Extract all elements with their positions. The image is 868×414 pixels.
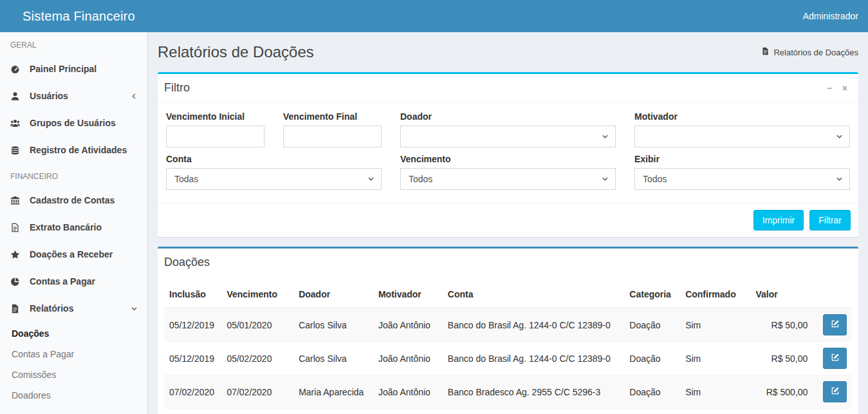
cell-doador: Maria Aparecida xyxy=(293,375,373,409)
donations-box-header: Doações xyxy=(158,249,858,276)
motivador-label: Motivador xyxy=(634,111,850,122)
cell-motivador: João Antônio xyxy=(373,342,443,375)
edit-button[interactable] xyxy=(823,348,847,369)
sidebar-item-registro-de-atividades[interactable]: Registro de Atividades xyxy=(0,136,147,164)
sidebar-item-painel-principal[interactable]: Painel Principal xyxy=(0,55,147,82)
sidebar-item-grupos-de-usuarios[interactable]: Grupos de Usuários xyxy=(0,109,147,136)
cell-categoria: Doação xyxy=(624,409,680,414)
cell-actions xyxy=(813,375,852,409)
sidebar-item-extrato-bancario[interactable]: Extrato Bancário xyxy=(0,214,147,241)
sidebar-section-geral: GERAL xyxy=(0,32,147,55)
cell-inclusao: 05/12/2019 xyxy=(164,342,221,375)
cell-actions xyxy=(813,342,852,375)
motivador-select[interactable] xyxy=(634,126,850,147)
user-menu[interactable]: Administrador xyxy=(803,11,858,21)
filter-box-tools: − × xyxy=(826,82,852,94)
column-header-actions xyxy=(813,283,852,308)
conta-label: Conta xyxy=(166,154,382,164)
doador-select[interactable] xyxy=(400,126,616,147)
column-header-categoria: Categoria xyxy=(624,283,680,308)
cell-confirmado: Sim xyxy=(680,308,750,342)
sidebar-item-contas-a-pagar[interactable]: Contas a Pagar xyxy=(0,268,147,295)
user-icon xyxy=(10,91,30,101)
sidebar-item-label: Relatórios xyxy=(30,303,73,314)
sidebar: GERAL Painel Principal Usuários Grupos d… xyxy=(0,32,148,414)
cell-conta: Banco do Brasil Ag. 1244-0 C/C 12389-0 xyxy=(443,308,624,342)
edit-button[interactable] xyxy=(823,314,847,335)
donations-title: Doações xyxy=(164,255,210,270)
relatorios-submenu: Doações Contas a Pagar Comissões Doadore… xyxy=(0,322,147,409)
cell-actions xyxy=(813,409,852,414)
sidebar-subitem-doadores[interactable]: Doadores xyxy=(0,385,147,406)
sidebar-item-usuarios[interactable]: Usuários xyxy=(0,82,147,109)
filter-title: Filtro xyxy=(164,80,190,95)
imprimir-button[interactable]: Imprimir xyxy=(753,210,804,231)
conta-select[interactable]: Todas xyxy=(166,168,382,190)
chevron-down-icon xyxy=(131,305,138,312)
filter-box-header: Filtro − × xyxy=(158,74,858,102)
cell-valor: R$ 500,00 xyxy=(750,375,813,409)
filtrar-button[interactable]: Filtrar xyxy=(809,210,851,231)
doador-label: Doador xyxy=(400,111,616,122)
table-row: 07/02/2020 07/02/2020 Maria Aparecida Jo… xyxy=(164,375,852,409)
sidebar-item-label: Cadastro de Contas xyxy=(30,195,115,205)
exibir-select[interactable]: Todos xyxy=(634,168,850,190)
report-icon xyxy=(10,304,30,314)
cell-valor: R$ 41,67 xyxy=(750,409,813,414)
cell-inclusao: 05/12/2019 xyxy=(164,308,221,342)
sidebar-item-label: Painel Principal xyxy=(30,64,97,74)
vencimento-select[interactable]: Todos xyxy=(400,168,616,190)
edit-icon xyxy=(831,386,840,397)
vencimento-inicial-input[interactable] xyxy=(166,126,264,147)
column-header-inclusao: Inclusão xyxy=(164,283,221,308)
vencimento-final-label: Vencimento Final xyxy=(283,111,382,122)
pie-chart-icon xyxy=(10,277,30,287)
vencimento-final-input[interactable] xyxy=(283,126,382,147)
header-bar: Sistema Financeiro Administrador xyxy=(0,0,868,32)
database-icon xyxy=(10,146,30,155)
sidebar-item-cadastro-de-contas[interactable]: Cadastro de Contas xyxy=(0,187,147,214)
donations-box-body: Inclusão Vencimento Doador Motivador Con… xyxy=(158,276,858,414)
sidebar-subitem-contas-a-pagar[interactable]: Contas a Pagar xyxy=(0,344,147,364)
edit-icon xyxy=(831,319,840,330)
bank-icon xyxy=(10,196,30,205)
cell-conta: Banco Bradesco Ag. 2955 C/C 5296-3 xyxy=(443,375,624,409)
file-icon xyxy=(761,47,770,57)
table-row: 05/12/2019 05/01/2020 Carlos Silva João … xyxy=(164,308,852,342)
sidebar-item-label: Doações a Receber xyxy=(30,249,113,259)
sidebar-subitem-comissoes[interactable]: Comissões xyxy=(0,364,147,385)
column-header-valor: Valor xyxy=(750,283,813,308)
cell-motivador: João Antônio xyxy=(373,409,443,414)
column-header-doador: Doador xyxy=(293,283,373,308)
brand-title: Sistema Financeiro xyxy=(23,9,135,24)
cell-motivador: João Antônio xyxy=(373,308,443,342)
sidebar-subitem-doacoes[interactable]: Doações xyxy=(0,323,147,344)
table-header-row: Inclusão Vencimento Doador Motivador Con… xyxy=(164,283,852,308)
cell-motivador: João Antônio xyxy=(373,375,443,409)
cell-doador: Maria Aparecida xyxy=(293,409,373,414)
cell-doador: Carlos Silva xyxy=(293,342,373,375)
sidebar-item-label: Usuários xyxy=(30,91,68,101)
cell-categoria: Doação xyxy=(624,375,680,409)
close-button[interactable]: × xyxy=(841,82,849,94)
exibir-label: Exibir xyxy=(634,154,850,164)
collapse-button[interactable]: − xyxy=(826,82,833,94)
breadcrumb[interactable]: Relatórios de Doações xyxy=(761,47,858,57)
sidebar-item-doacoes-a-receber[interactable]: Doações a Receber xyxy=(0,241,147,268)
cell-actions xyxy=(813,308,852,342)
sidebar-item-label: Extrato Bancário xyxy=(30,222,102,232)
edit-icon xyxy=(831,353,840,364)
edit-button[interactable] xyxy=(823,381,847,402)
cell-confirmado: Sim xyxy=(680,409,750,414)
sidebar-item-relatorios[interactable]: Relatórios xyxy=(0,295,147,322)
dashboard-icon xyxy=(10,64,30,74)
table-row: 05/12/2019 05/02/2020 Carlos Silva João … xyxy=(164,342,852,375)
cell-vencimento: 07/02/2020 xyxy=(221,375,293,409)
donations-table: Inclusão Vencimento Doador Motivador Con… xyxy=(164,283,852,414)
cell-confirmado: Sim xyxy=(680,375,750,409)
vencimento-label: Vencimento xyxy=(400,154,616,164)
cell-categoria: Doação xyxy=(624,342,680,375)
star-icon xyxy=(10,250,30,259)
main-content: Relatórios de Doações Relatórios de Doaç… xyxy=(148,32,868,414)
cell-vencimento: 20/02/2020 xyxy=(221,409,293,414)
